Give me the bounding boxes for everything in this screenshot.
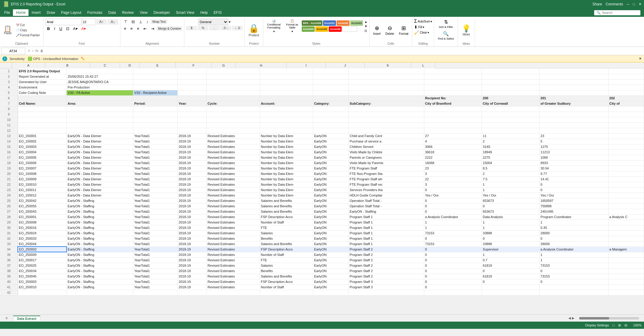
list-item[interactable] (178, 290, 207, 295)
list-item[interactable]: FSP Description Acco (260, 247, 313, 252)
list-item[interactable] (540, 74, 608, 79)
align-top-btn[interactable]: ⊤ (122, 19, 129, 25)
table-row[interactable]: 41EO_250010EarlyON - StaffingYearTotal12… (0, 284, 644, 290)
decrease-font-btn[interactable]: A↓ (107, 19, 118, 25)
list-item[interactable]: YearTotal1 (133, 209, 178, 214)
menu-insert[interactable]: Insert (29, 9, 44, 16)
table-row[interactable]: 9 (0, 112, 644, 117)
list-item[interactable]: Revised Estimates (207, 263, 260, 268)
list-item[interactable] (482, 284, 540, 290)
list-item[interactable] (18, 95, 67, 101)
col-header-k[interactable]: K (365, 62, 411, 68)
font-name-input[interactable] (45, 19, 81, 25)
list-item[interactable] (67, 117, 133, 122)
list-item[interactable]: 0 (424, 247, 482, 252)
list-item[interactable]: Data Analysis (482, 214, 540, 220)
list-item[interactable]: EarlyON (313, 155, 349, 160)
table-row[interactable]: 38EO_250034EarlyON - StaffingYearTotal12… (0, 268, 644, 274)
list-item[interactable]: 11213 (540, 149, 608, 155)
list-item[interactable]: EarlyON - Staffing (67, 268, 133, 274)
list-item[interactable]: City of Cornwall (482, 101, 540, 106)
styles-more[interactable]: ⊡ (364, 29, 367, 32)
list-item[interactable] (424, 117, 482, 122)
list-item[interactable]: 2275 (482, 155, 540, 160)
list-item[interactable] (178, 90, 207, 95)
list-item[interactable] (608, 74, 644, 79)
list-item[interactable]: EO_150008 (18, 171, 67, 176)
list-item[interactable]: 0 (540, 187, 608, 193)
list-item[interactable] (133, 106, 178, 112)
table-row[interactable]: 34EO_250002EarlyON - StaffingYearTotal12… (0, 247, 644, 252)
list-item[interactable]: YearTotal1 (133, 155, 178, 160)
list-item[interactable]: SubCategory: (349, 101, 424, 106)
table-row[interactable]: 37EO_250025EarlyON - StaffingYearTotal12… (0, 263, 644, 268)
accent4-box[interactable]: Accent4 (302, 26, 315, 32)
list-item[interactable]: FTE (260, 225, 313, 230)
list-item[interactable]: Revised Estimates (207, 203, 260, 209)
list-item[interactable] (608, 252, 644, 257)
list-item[interactable]: 2018-19 (178, 155, 207, 160)
list-item[interactable]: Revised Estimates (207, 139, 260, 144)
list-item[interactable] (313, 128, 349, 133)
list-item[interactable]: EO_250010 (18, 284, 67, 290)
list-item[interactable]: EarlyON (313, 203, 349, 209)
protect-button[interactable]: 🔒 Protect (246, 22, 261, 38)
list-item[interactable]: Revised Estimates (207, 176, 260, 182)
list-item[interactable]: 15004 (482, 160, 540, 166)
list-item[interactable]: 2018-19 (178, 171, 207, 176)
list-item[interactable]: EarlyON (313, 274, 349, 279)
list-item[interactable]: 33888 (482, 230, 540, 236)
list-item[interactable]: YearTotal1 (133, 187, 178, 193)
fill-dropdown[interactable]: ▾ (423, 26, 424, 29)
sensitivity-close-btn[interactable]: ✕ (639, 57, 642, 61)
list-item[interactable] (540, 79, 608, 85)
list-item[interactable]: Area: (67, 101, 133, 106)
col-header-h[interactable]: H (236, 62, 287, 68)
list-item[interactable]: YearTotal1 (133, 193, 178, 198)
list-item[interactable]: EarlyON (313, 252, 349, 257)
accent3-box[interactable]: Accent3 (350, 20, 363, 26)
list-item[interactable]: FTE (260, 257, 313, 263)
list-item[interactable]: Program Staff 1 (349, 241, 424, 247)
list-item[interactable] (207, 79, 260, 85)
list-item[interactable]: Revised Estimates (207, 214, 260, 220)
list-item[interactable] (260, 128, 313, 133)
normal-view-btn[interactable]: □ (612, 323, 615, 327)
list-item[interactable] (608, 279, 644, 284)
list-item[interactable] (608, 128, 644, 133)
accent1-box[interactable]: Accent1 (323, 20, 336, 26)
list-item[interactable]: 16068 (424, 160, 482, 166)
list-item[interactable]: Program Staff 3 (349, 284, 424, 290)
list-item[interactable]: Cycle: (207, 101, 260, 106)
list-item[interactable]: 200 (482, 95, 540, 101)
table-row[interactable]: 11 (0, 122, 644, 128)
list-item[interactable]: Salaries and Benefits (260, 203, 313, 209)
list-item[interactable] (540, 117, 608, 122)
list-item[interactable]: 2018-19 (178, 220, 207, 225)
list-item[interactable] (608, 263, 644, 268)
list-item[interactable] (608, 144, 644, 149)
list-item[interactable]: YearTotal1 (133, 144, 178, 149)
list-item[interactable]: EO_150009 (18, 176, 67, 182)
autosum-dropdown[interactable]: ▾ (431, 20, 432, 23)
table-row[interactable]: 19EO_150007EarlyON - Data ElemerYearTota… (0, 166, 644, 171)
list-item[interactable]: EO_250003 (18, 279, 67, 284)
list-item[interactable]: 3 (424, 182, 482, 187)
list-item[interactable] (608, 176, 644, 182)
list-item[interactable] (349, 74, 424, 79)
list-item[interactable]: V20 - FA Active (67, 90, 133, 95)
list-item[interactable] (540, 284, 608, 290)
list-item[interactable]: Revised Estimates (207, 155, 260, 160)
list-item[interactable] (207, 68, 260, 74)
list-item[interactable]: EarlyON - Staffing (67, 198, 133, 203)
list-item[interactable]: Number by Data Elem (260, 144, 313, 149)
list-item[interactable]: Program Staff 2 (349, 247, 424, 252)
list-item[interactable] (482, 290, 540, 295)
font-size-input[interactable] (82, 19, 95, 25)
table-row[interactable]: 26EO_250055EarlyON - StaffingYearTotal12… (0, 203, 644, 209)
list-item[interactable] (540, 122, 608, 128)
list-item[interactable]: EFIS 2.0 Reporting Output (18, 68, 67, 74)
list-item[interactable]: 2018-19 (178, 247, 207, 252)
accent5-box[interactable]: Accent5 (315, 26, 328, 32)
list-item[interactable]: EO_250045 (18, 274, 67, 279)
